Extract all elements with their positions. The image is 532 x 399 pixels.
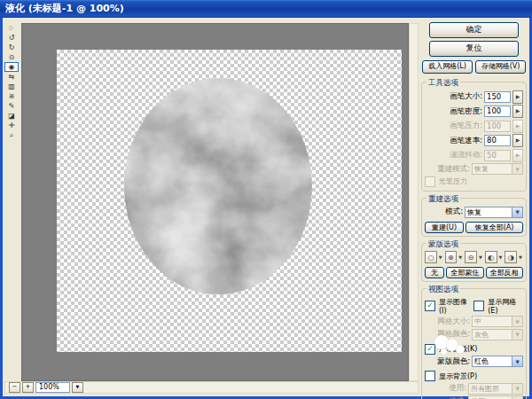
invert-all-button[interactable]: 全部反相	[486, 267, 523, 278]
tool-forward-warp[interactable]: ☞	[4, 23, 19, 33]
show-image-label: 显示图像(I)	[439, 297, 472, 315]
save-mesh-button[interactable]: 存储网格(V)	[475, 60, 526, 74]
brush-rate-slider-button[interactable]: ▶	[512, 134, 523, 147]
backdrop-mode-label: 模式:	[449, 396, 466, 399]
add-to-selection-icon[interactable]: ⊕	[445, 251, 458, 263]
mask-all-button[interactable]: 全部蒙住	[446, 267, 483, 278]
dropdown-arrow-icon[interactable]: ▼	[519, 254, 522, 260]
zoom-level-value[interactable]: 100%	[35, 382, 70, 393]
clouds-ellipse-image[interactable]	[57, 50, 402, 352]
brush-rate-input[interactable]: 80	[484, 135, 511, 146]
reconstruct-options-group: 重建选项 模式: 恢复 ▼ 重建(U) 恢复全部(A)	[421, 198, 527, 237]
backdrop-mode-dropdown: 前面 ▼	[468, 395, 523, 399]
zoom-in-button[interactable]: +	[22, 382, 34, 393]
tool-reconstruct[interactable]: ↺	[4, 33, 19, 43]
view-options-title: 视图选项	[426, 285, 460, 295]
tool-freeze-mask[interactable]: ✎	[4, 101, 19, 111]
subtract-from-selection-icon[interactable]: ⊖	[465, 251, 477, 263]
turbulent-jitter-input: 50	[484, 150, 511, 161]
canvas-area[interactable]	[21, 23, 409, 381]
brush-size-input[interactable]: 150	[484, 91, 511, 103]
brush-pressure-slider-button: ▶	[512, 120, 523, 133]
mesh-color-dropdown: 灰色 ▼	[472, 329, 523, 340]
tool-push-left[interactable]: ⇆	[4, 72, 19, 82]
brush-pressure-label: 画笔压力:	[450, 121, 482, 131]
tool-thaw-mask[interactable]: ◪	[4, 111, 19, 121]
stylus-pressure-checkbox: ✓	[425, 176, 435, 187]
show-backdrop-checkbox[interactable]: ✓	[425, 371, 435, 381]
show-mesh-label: 显示网格(E)	[488, 297, 523, 315]
document-artboard[interactable]	[57, 50, 402, 352]
dropdown-arrow-icon[interactable]: ▼	[479, 254, 482, 260]
zoom-out-button[interactable]: −	[9, 382, 20, 393]
tool-options-title: 工具选项	[426, 78, 460, 89]
canvas-statusbar: − + 100% ▼	[4, 381, 419, 394]
liquify-dialog: 液化 (未标题-1 @ 100%) ☞↺↻⊙◉⇆▥≋✎◪✛⌕	[0, 0, 532, 399]
mask-color-dropdown[interactable]: 红色 ▼	[472, 356, 523, 367]
tool-zoom[interactable]: ⌕	[4, 130, 19, 140]
reconstruct-options-title: 重建选项	[426, 194, 460, 205]
reconstruct-options-mode-dropdown[interactable]: 恢复 ▼	[465, 207, 523, 218]
dropdown-arrow-icon: ▼	[512, 384, 522, 394]
restore-all-button[interactable]: 恢复全部(A)	[466, 222, 523, 233]
mask-options-title: 蒙版选项	[426, 239, 460, 250]
reconstruct-mode-dropdown: 恢复 ▼	[472, 163, 523, 175]
mask-mode-icons-row: ○▼⊕▼⊖▼◐▼◑▼	[425, 251, 523, 263]
show-mask-checkbox[interactable]: ✓	[425, 344, 435, 355]
vertical-scrollbar[interactable]	[409, 23, 419, 381]
ok-button[interactable]: 确定	[429, 22, 519, 38]
tool-mirror[interactable]: ▥	[4, 82, 19, 91]
mask-options-group: 蒙版选项 ○▼⊕▼⊖▼◐▼◑▼ 无 全部蒙住 全部反相	[421, 243, 527, 283]
tool-twirl-clockwise[interactable]: ↻	[4, 43, 19, 52]
dropdown-arrow-icon: ▼	[512, 330, 522, 340]
brush-rate-label: 画笔速率:	[450, 136, 482, 146]
dropdown-arrow-icon[interactable]: ▼	[439, 254, 442, 260]
dialog-content: ☞↺↻⊙◉⇆▥≋✎◪✛⌕	[3, 18, 529, 396]
replace-selection-icon[interactable]: ○	[425, 251, 437, 263]
reset-button[interactable]: 复位	[429, 41, 519, 57]
reconstruct-mode-label: 重建模式:	[437, 164, 470, 175]
load-mesh-button[interactable]: 载入网格(L)	[422, 60, 473, 74]
brush-density-label: 画笔密度:	[450, 106, 482, 117]
backdrop-use-label: 使用:	[449, 383, 466, 394]
tool-bloat[interactable]: ◉	[4, 62, 19, 72]
show-backdrop-label: 显示背景(P)	[439, 372, 477, 381]
brush-density-input[interactable]: 100	[484, 106, 511, 117]
reconstruct-button[interactable]: 重建(U)	[425, 222, 464, 233]
tool-options-group: 工具选项 画笔大小: 150 ▶ 画笔密度: 100 ▶ 画笔压力: 100 ▶	[421, 82, 527, 192]
mask-color-label: 蒙版颜色:	[437, 356, 470, 367]
turbulent-jitter-slider-button: ▶	[512, 149, 523, 162]
reconstruct-options-mode-label: 模式:	[445, 207, 463, 217]
backdrop-use-dropdown: 所有图层 ▼	[468, 383, 523, 395]
window-title: 液化 (未标题-1 @ 100%)	[5, 3, 124, 14]
mesh-size-dropdown: 中 ▼	[472, 316, 523, 327]
titlebar[interactable]: 液化 (未标题-1 @ 100%)	[0, 0, 532, 18]
dropdown-arrow-icon: ▼	[512, 356, 522, 366]
brush-size-label: 画笔大小:	[450, 91, 482, 102]
invert-selection-icon[interactable]: ◑	[505, 251, 517, 263]
mesh-size-label: 网格大小:	[437, 317, 470, 327]
tool-pucker[interactable]: ⊙	[4, 52, 19, 62]
show-image-checkbox[interactable]: ✓	[425, 301, 435, 311]
dropdown-arrow-icon: ▼	[512, 317, 522, 326]
tool-hand[interactable]: ✛	[4, 121, 19, 130]
stylus-pressure-label: 光笔压力	[439, 176, 467, 186]
liquify-toolbar: ☞↺↻⊙◉⇆▥≋✎◪✛⌕	[4, 23, 20, 140]
dropdown-arrow-icon: ▼	[512, 207, 522, 217]
dropdown-arrow-icon[interactable]: ▼	[499, 254, 503, 260]
show-mesh-checkbox[interactable]: ✓	[473, 301, 484, 311]
mask-none-button[interactable]: 无	[425, 267, 444, 278]
brush-size-slider-button[interactable]: ▶	[512, 90, 523, 104]
brush-density-slider-button[interactable]: ▶	[512, 105, 523, 118]
zoom-level-dropdown-icon[interactable]: ▼	[72, 382, 83, 393]
dropdown-arrow-icon[interactable]: ▼	[458, 254, 462, 260]
brush-pressure-input: 100	[484, 121, 511, 132]
tool-turbulence[interactable]: ≋	[4, 91, 19, 101]
dropdown-arrow-icon: ▼	[512, 164, 522, 174]
intersect-with-selection-icon[interactable]: ◐	[485, 251, 497, 263]
turbulent-jitter-label: 湍流抖动:	[450, 150, 482, 160]
